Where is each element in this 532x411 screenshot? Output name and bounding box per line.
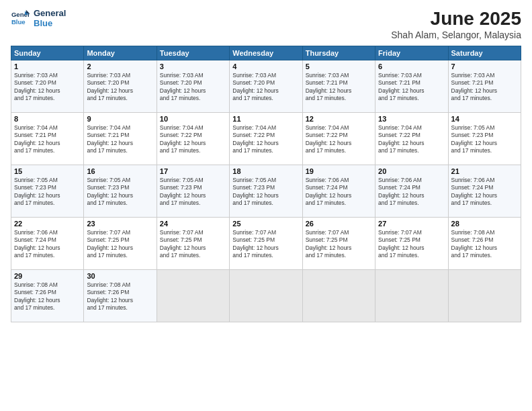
day-info: Sunrise: 7:04 AMSunset: 7:22 PMDaylight:… [378, 124, 445, 155]
day-info: Sunrise: 7:05 AMSunset: 7:23 PMDaylight:… [14, 177, 81, 208]
day-info: Sunrise: 7:07 AMSunset: 7:25 PMDaylight:… [87, 229, 153, 260]
day-info: Sunrise: 7:03 AMSunset: 7:20 PMDaylight:… [232, 72, 299, 103]
day-info: Sunrise: 7:06 AMSunset: 7:24 PMDaylight:… [14, 229, 81, 260]
day-info: Sunrise: 7:03 AMSunset: 7:20 PMDaylight:… [87, 72, 153, 103]
day-info: Sunrise: 7:05 AMSunset: 7:23 PMDaylight:… [87, 177, 153, 208]
calendar-cell-w2d7: 14Sunrise: 7:05 AMSunset: 7:23 PMDayligh… [448, 113, 521, 165]
day-number: 30 [87, 272, 153, 280]
day-info: Sunrise: 7:03 AMSunset: 7:21 PMDaylight:… [378, 72, 445, 103]
day-info: Sunrise: 7:08 AMSunset: 7:26 PMDaylight:… [451, 229, 518, 260]
day-info: Sunrise: 7:03 AMSunset: 7:20 PMDaylight:… [160, 72, 226, 103]
calendar-cell-w4d2: 23Sunrise: 7:07 AMSunset: 7:25 PMDayligh… [84, 218, 157, 270]
calendar-cell-w2d4: 11Sunrise: 7:04 AMSunset: 7:22 PMDayligh… [230, 113, 302, 165]
day-number: 11 [232, 115, 299, 123]
calendar-cell-w1d4: 4Sunrise: 7:03 AMSunset: 7:20 PMDaylight… [230, 60, 302, 113]
weekday-header-row: SundayMondayTuesdayWednesdayThursdayFrid… [11, 46, 521, 60]
page: General Blue General Blue June 2025 Shah… [0, 0, 532, 411]
weekday-header-sunday: Sunday [11, 46, 84, 60]
logo-general: General [34, 8, 66, 18]
calendar-cell-w1d7: 7Sunrise: 7:03 AMSunset: 7:21 PMDaylight… [448, 60, 521, 113]
day-number: 29 [14, 272, 81, 280]
day-number: 20 [378, 167, 445, 175]
week-row-3: 15Sunrise: 7:05 AMSunset: 7:23 PMDayligh… [11, 165, 521, 218]
day-info: Sunrise: 7:04 AMSunset: 7:22 PMDaylight:… [306, 124, 372, 155]
calendar-cell-w2d3: 10Sunrise: 7:04 AMSunset: 7:22 PMDayligh… [157, 113, 229, 165]
weekday-header-saturday: Saturday [448, 46, 521, 60]
day-number: 24 [160, 220, 226, 228]
title-block: June 2025 Shah Alam, Selangor, Malaysia [391, 8, 521, 40]
day-number: 25 [232, 220, 299, 228]
day-number: 12 [306, 115, 372, 123]
day-info: Sunrise: 7:07 AMSunset: 7:25 PMDaylight:… [306, 229, 372, 260]
calendar-cell-w3d7: 21Sunrise: 7:06 AMSunset: 7:24 PMDayligh… [448, 165, 521, 218]
calendar-cell-w3d3: 17Sunrise: 7:05 AMSunset: 7:23 PMDayligh… [157, 165, 229, 218]
week-row-4: 22Sunrise: 7:06 AMSunset: 7:24 PMDayligh… [11, 218, 521, 270]
calendar-cell-w2d5: 12Sunrise: 7:04 AMSunset: 7:22 PMDayligh… [302, 113, 375, 165]
day-number: 10 [160, 115, 226, 123]
week-row-5: 29Sunrise: 7:08 AMSunset: 7:26 PMDayligh… [11, 270, 521, 322]
day-number: 6 [378, 62, 445, 71]
day-number: 13 [378, 115, 445, 123]
day-info: Sunrise: 7:07 AMSunset: 7:25 PMDaylight:… [160, 229, 226, 260]
day-number: 5 [306, 62, 372, 71]
calendar-cell-w2d2: 9Sunrise: 7:04 AMSunset: 7:21 PMDaylight… [84, 113, 157, 165]
day-info: Sunrise: 7:05 AMSunset: 7:23 PMDaylight:… [451, 124, 518, 155]
day-number: 22 [14, 220, 81, 228]
day-number: 2 [87, 62, 153, 71]
logo-blue: Blue [34, 18, 66, 28]
calendar-cell-w5d3 [157, 270, 229, 322]
calendar-cell-w2d1: 8Sunrise: 7:04 AMSunset: 7:21 PMDaylight… [11, 113, 84, 165]
weekday-header-wednesday: Wednesday [230, 46, 302, 60]
weekday-header-tuesday: Tuesday [157, 46, 229, 60]
day-number: 15 [14, 167, 81, 175]
day-info: Sunrise: 7:06 AMSunset: 7:24 PMDaylight:… [451, 177, 518, 208]
day-info: Sunrise: 7:03 AMSunset: 7:21 PMDaylight:… [306, 72, 372, 103]
calendar-cell-w5d1: 29Sunrise: 7:08 AMSunset: 7:26 PMDayligh… [11, 270, 84, 322]
week-row-2: 8Sunrise: 7:04 AMSunset: 7:21 PMDaylight… [11, 113, 521, 165]
day-number: 28 [451, 220, 518, 228]
day-info: Sunrise: 7:05 AMSunset: 7:23 PMDaylight:… [160, 177, 226, 208]
calendar-cell-w3d2: 16Sunrise: 7:05 AMSunset: 7:23 PMDayligh… [84, 165, 157, 218]
day-info: Sunrise: 7:04 AMSunset: 7:22 PMDaylight:… [160, 124, 226, 155]
calendar-cell-w4d1: 22Sunrise: 7:06 AMSunset: 7:24 PMDayligh… [11, 218, 84, 270]
day-number: 17 [160, 167, 226, 175]
svg-text:Blue: Blue [11, 18, 26, 26]
month-title: June 2025 [391, 8, 521, 30]
logo-icon: General Blue [11, 9, 30, 28]
calendar-cell-w5d5 [302, 270, 375, 322]
header: General Blue General Blue June 2025 Shah… [11, 8, 521, 40]
day-info: Sunrise: 7:03 AMSunset: 7:21 PMDaylight:… [451, 72, 518, 103]
calendar-cell-w5d4 [230, 270, 302, 322]
calendar-cell-w3d5: 19Sunrise: 7:06 AMSunset: 7:24 PMDayligh… [302, 165, 375, 218]
day-info: Sunrise: 7:06 AMSunset: 7:24 PMDaylight:… [306, 177, 372, 208]
calendar-cell-w2d6: 13Sunrise: 7:04 AMSunset: 7:22 PMDayligh… [375, 113, 448, 165]
day-info: Sunrise: 7:08 AMSunset: 7:26 PMDaylight:… [14, 281, 81, 312]
day-info: Sunrise: 7:04 AMSunset: 7:22 PMDaylight:… [232, 124, 299, 155]
day-info: Sunrise: 7:05 AMSunset: 7:23 PMDaylight:… [232, 177, 299, 208]
day-info: Sunrise: 7:06 AMSunset: 7:24 PMDaylight:… [378, 177, 445, 208]
logo: General Blue General Blue [11, 8, 66, 28]
day-number: 21 [451, 167, 518, 175]
calendar-cell-w1d5: 5Sunrise: 7:03 AMSunset: 7:21 PMDaylight… [302, 60, 375, 113]
weekday-header-thursday: Thursday [302, 46, 375, 60]
calendar-cell-w1d6: 6Sunrise: 7:03 AMSunset: 7:21 PMDaylight… [375, 60, 448, 113]
weekday-header-monday: Monday [84, 46, 157, 60]
day-number: 7 [451, 62, 518, 71]
calendar-cell-w4d7: 28Sunrise: 7:08 AMSunset: 7:26 PMDayligh… [448, 218, 521, 270]
calendar-cell-w4d4: 25Sunrise: 7:07 AMSunset: 7:25 PMDayligh… [230, 218, 302, 270]
calendar-cell-w4d5: 26Sunrise: 7:07 AMSunset: 7:25 PMDayligh… [302, 218, 375, 270]
calendar-cell-w4d3: 24Sunrise: 7:07 AMSunset: 7:25 PMDayligh… [157, 218, 229, 270]
calendar-cell-w3d6: 20Sunrise: 7:06 AMSunset: 7:24 PMDayligh… [375, 165, 448, 218]
day-number: 27 [378, 220, 445, 228]
calendar-table: SundayMondayTuesdayWednesdayThursdayFrid… [11, 46, 521, 322]
location-title: Shah Alam, Selangor, Malaysia [391, 30, 521, 40]
calendar-cell-w1d2: 2Sunrise: 7:03 AMSunset: 7:20 PMDaylight… [84, 60, 157, 113]
weekday-header-friday: Friday [375, 46, 448, 60]
day-number: 8 [14, 115, 81, 123]
day-info: Sunrise: 7:07 AMSunset: 7:25 PMDaylight:… [232, 229, 299, 260]
day-number: 23 [87, 220, 153, 228]
calendar-cell-w1d1: 1Sunrise: 7:03 AMSunset: 7:20 PMDaylight… [11, 60, 84, 113]
day-number: 4 [232, 62, 299, 71]
calendar-cell-w4d6: 27Sunrise: 7:07 AMSunset: 7:25 PMDayligh… [375, 218, 448, 270]
day-number: 16 [87, 167, 153, 175]
